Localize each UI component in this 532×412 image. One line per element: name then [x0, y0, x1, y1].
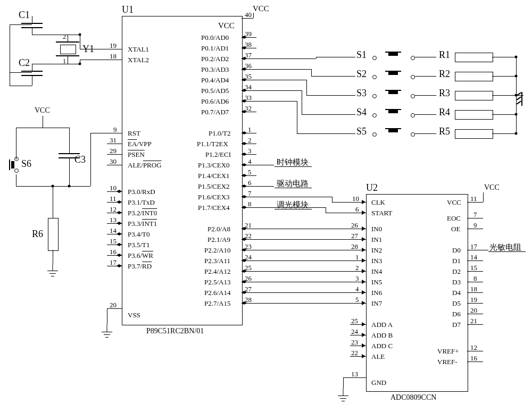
- u2-start: START: [371, 209, 392, 217]
- u1-p2-2-num: 23: [245, 242, 252, 251]
- u2-in1-num: 27: [351, 232, 358, 240]
- u1-p3-7-num: 17: [110, 258, 117, 267]
- r3-ref: R3: [439, 88, 450, 99]
- u1-p2-3-lbl: P2.3/A11: [204, 257, 230, 265]
- u1-vss: VSS: [128, 311, 140, 319]
- u2-d4-lbl: D4: [452, 289, 461, 297]
- u1-p0-3-num: 36: [245, 62, 252, 70]
- u1-p0-6-lbl: P0.6/AD6: [201, 97, 229, 106]
- u2-in4-num: 2: [355, 264, 359, 272]
- u1-p1-2-num: 3: [248, 147, 252, 155]
- u2-vrefm-lbl: VREF-: [437, 358, 458, 366]
- u1-p0-4-lbl: P0.4/AD4: [201, 76, 229, 85]
- c2-ref: C2: [19, 57, 30, 69]
- u2-adda-num: 25: [351, 317, 358, 325]
- u2-eoc-lbl: EOC: [447, 214, 461, 223]
- u1-p2-5-lbl: P2.5/A13: [204, 278, 230, 287]
- resistor-r6: [48, 218, 59, 251]
- u2-vrefp-lbl: VREF+: [437, 347, 459, 356]
- u1-p1-3-lbl: P1.3/CEX0: [198, 161, 230, 170]
- s4-ref: S4: [356, 107, 367, 118]
- u2-d6-num: 20: [470, 306, 477, 315]
- ground-icon: [102, 324, 112, 338]
- vcc-rst: VCC: [35, 106, 50, 115]
- resistor-r2: [455, 72, 493, 81]
- u1-p2-4-num: 25: [245, 264, 252, 272]
- switch-s2: [372, 71, 415, 81]
- u1-p0-0-num: 39: [245, 30, 252, 38]
- u2-pin11: 11: [470, 195, 477, 203]
- u1-p3-7-lbl: P3.7/RD: [128, 262, 152, 271]
- u2-in3-lbl: IN3: [371, 257, 382, 265]
- u1-p3-4-num: 14: [110, 226, 117, 235]
- u2-in5-num: 3: [355, 274, 359, 283]
- c1-ref: C1: [19, 10, 30, 21]
- u2-d0-lbl: D0: [452, 246, 461, 255]
- u1-pin9: 9: [113, 125, 117, 134]
- u1-p3-2-num: 12: [110, 205, 117, 214]
- u2-pin10: 10: [352, 195, 359, 203]
- u2-d5-lbl: D5: [452, 299, 461, 308]
- u1-p1-0-lbl: P1.0/T2: [209, 129, 231, 138]
- u1-p1-0-num: 1: [248, 125, 252, 134]
- u2-d1-lbl: D1: [452, 257, 461, 265]
- u1-p0-3-lbl: P0.3/AD3: [201, 65, 229, 74]
- u1-p2-7-lbl: P2.7/A15: [204, 299, 230, 308]
- switch-s4: [372, 109, 415, 120]
- u1-p3-0-num: 10: [110, 184, 117, 192]
- u1-p2-7-num: 28: [245, 296, 252, 304]
- u2-d7-lbl: D7: [452, 321, 461, 329]
- u2-in6-num: 4: [355, 285, 359, 293]
- u1-p2-1-lbl: P2.1/A9: [207, 236, 230, 244]
- u2-d4-num: 18: [470, 285, 477, 293]
- u2-ale-lbl: ALE: [371, 352, 385, 361]
- u2-in1-lbl: IN1: [371, 236, 382, 244]
- u2-d2-lbl: D2: [452, 267, 461, 276]
- switch-s1: [372, 52, 415, 62]
- u2-ale-num: 22: [351, 349, 358, 357]
- u1-p2-6-lbl: P2.6/A14: [204, 289, 230, 297]
- u2-in0-lbl: IN0: [371, 225, 382, 233]
- u1-p0-1-lbl: P0.1/AD1: [201, 44, 229, 53]
- u2-pin9: 9: [473, 221, 477, 230]
- u1-p1-6-num: 7: [248, 189, 252, 198]
- y1-pin2: 2: [63, 33, 66, 41]
- resistor-r5: [455, 129, 493, 139]
- u2-in7-num: 5: [355, 296, 359, 304]
- y1-pin1: 1: [63, 57, 66, 65]
- switch-s6: [11, 157, 22, 173]
- u1-p2-6-num: 27: [245, 285, 252, 293]
- u1-ea: EA/VPP: [128, 140, 152, 148]
- s6-ref: S6: [21, 158, 31, 170]
- u2-gnd: GND: [371, 379, 386, 387]
- u2-d2-num: 15: [470, 264, 477, 272]
- u1-p0-0-lbl: P0.0/AD0: [201, 33, 229, 42]
- s1-ref: S1: [356, 49, 367, 61]
- u1-p3-4-lbl: P3.4/T0: [128, 230, 150, 239]
- u1-p0-5-num: 34: [245, 83, 252, 91]
- u1-ale: ALE/PROG: [128, 161, 162, 170]
- u2-in2-num: 28: [351, 242, 358, 251]
- u1-xtal1: XTAL1: [128, 45, 149, 54]
- u2-oe-lbl: OE: [451, 225, 460, 233]
- u1-p1-3-num: 4: [248, 157, 252, 166]
- u1-p0-2-num: 37: [245, 51, 252, 60]
- r1-ref: R1: [439, 49, 450, 61]
- u1-p1-2-lbl: P1.2/ECI: [205, 150, 231, 159]
- u2-vrefp-num: 12: [470, 343, 477, 352]
- u1-p2-1-num: 22: [245, 232, 252, 240]
- vcc-top: VCC: [253, 4, 269, 13]
- u2-d3-lbl: D3: [452, 278, 461, 287]
- u2-in2-lbl: IN2: [371, 246, 382, 255]
- u1-p2-0-lbl: P2.0/A8: [207, 225, 230, 233]
- u1-pin20: 20: [110, 301, 117, 309]
- resistor-r4: [455, 110, 493, 120]
- u2-pin13: 13: [351, 370, 358, 379]
- u1-p3-0-lbl: P3.0/RxD: [128, 188, 155, 196]
- u1-pin18: 18: [110, 52, 117, 61]
- s3-ref: S3: [356, 88, 367, 99]
- u1-pin31: 31: [110, 136, 117, 145]
- u2-addb-num: 24: [351, 327, 358, 336]
- r2-ref: R2: [439, 69, 450, 80]
- u1-p0-5-lbl: P0.5/AD5: [201, 87, 229, 95]
